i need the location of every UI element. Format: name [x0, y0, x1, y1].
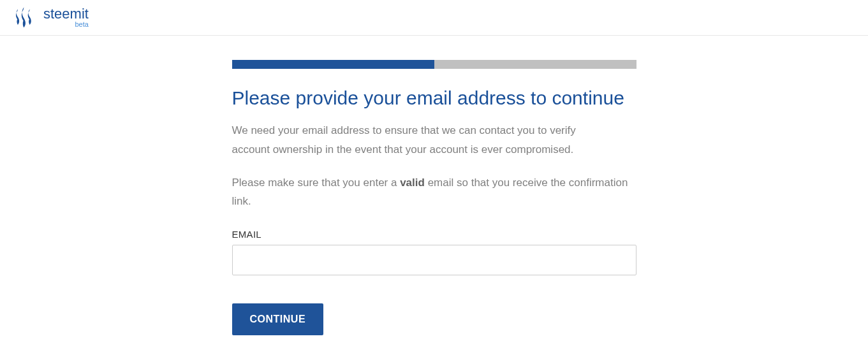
email-label: EMAIL: [232, 229, 636, 240]
desc2-pre: Please make sure that you enter a: [232, 177, 401, 189]
brand-tag: beta: [43, 21, 89, 28]
brand-text: steemit: [43, 6, 89, 22]
progress-fill: [232, 60, 434, 69]
description-text-1: We need your email address to ensure tha…: [232, 121, 615, 159]
main-content: Please provide your email address to con…: [232, 36, 636, 335]
brand-name[interactable]: steemit beta: [43, 7, 89, 28]
page-heading: Please provide your email address to con…: [232, 87, 636, 110]
header: steemit beta: [0, 0, 868, 36]
continue-button[interactable]: CONTINUE: [232, 303, 324, 335]
email-input[interactable]: [232, 245, 636, 275]
progress-bar: [232, 60, 636, 69]
steemit-logo-icon[interactable]: [13, 5, 36, 31]
desc2-bold: valid: [400, 177, 425, 189]
description-text-2: Please make sure that you enter a valid …: [232, 173, 636, 212]
